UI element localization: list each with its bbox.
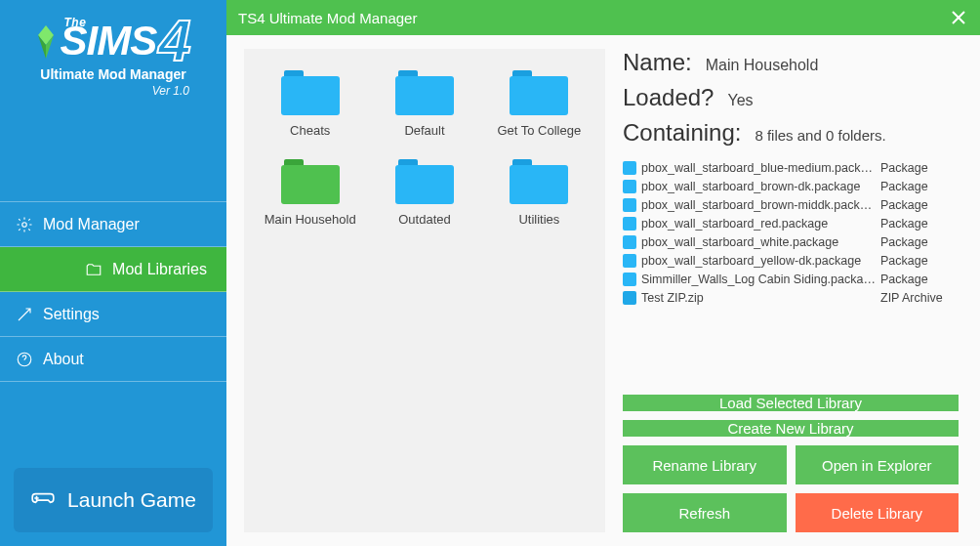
file-row[interactable]: pbox_wall_starboard_yellow-dk.packagePac… bbox=[623, 251, 959, 270]
logo-the: The bbox=[63, 16, 86, 29]
folder-icon bbox=[281, 70, 340, 115]
close-button[interactable] bbox=[949, 8, 968, 27]
file-row[interactable]: pbox_wall_starboard_brown-middk.packa...… bbox=[623, 195, 959, 214]
library-folder[interactable]: Default bbox=[372, 70, 476, 138]
package-icon bbox=[623, 273, 636, 286]
package-icon bbox=[623, 161, 636, 175]
app-window: The SIMS 4 Ultimate Mod Manager Ver 1.0 … bbox=[0, 0, 980, 546]
file-name: pbox_wall_starboard_yellow-dk.package bbox=[641, 254, 876, 268]
actions: Load Selected Library Create New Library… bbox=[623, 395, 959, 532]
file-row[interactable]: Simmiller_Walls_Log Cabin Siding.package… bbox=[623, 270, 959, 288]
file-name: pbox_wall_starboard_brown-middk.packa... bbox=[641, 198, 876, 212]
file-type: Package bbox=[880, 217, 959, 231]
folder-icon bbox=[395, 159, 454, 204]
detail-loaded-key: Loaded? bbox=[623, 84, 714, 111]
detail-containing-row: Containing: 8 files and 0 folders. bbox=[623, 119, 959, 147]
window-title: TS4 Ultimate Mod Manager bbox=[238, 10, 417, 26]
load-library-button[interactable]: Load Selected Library bbox=[623, 395, 959, 411]
library-folder[interactable]: Cheats bbox=[258, 70, 362, 138]
detail-name-key: Name: bbox=[623, 49, 692, 76]
question-icon bbox=[16, 351, 33, 368]
zip-icon bbox=[623, 291, 636, 305]
plumbob-icon bbox=[36, 24, 56, 58]
file-type: Package bbox=[880, 161, 959, 175]
logo-area: The SIMS 4 Ultimate Mod Manager Ver 1.0 bbox=[0, 0, 226, 104]
package-icon bbox=[623, 217, 636, 231]
detail-loaded-row: Loaded? Yes bbox=[623, 84, 959, 111]
titlebar: TS4 Ultimate Mod Manager bbox=[226, 0, 980, 35]
library-folder[interactable]: Get To College bbox=[487, 70, 592, 138]
nav-label: Settings bbox=[43, 306, 100, 323]
app-logo: The SIMS 4 bbox=[36, 18, 189, 64]
folder-icon bbox=[281, 159, 340, 204]
file-name: Simmiller_Walls_Log Cabin Siding.package bbox=[641, 273, 876, 286]
library-folder[interactable]: Main Household bbox=[258, 159, 362, 227]
detail-loaded-val: Yes bbox=[727, 92, 753, 109]
nav-label: About bbox=[43, 351, 84, 368]
file-row[interactable]: pbox_wall_starboard_brown-dk.packagePack… bbox=[623, 177, 959, 195]
create-library-button[interactable]: Create New Library bbox=[623, 420, 959, 437]
nav-mod-libraries[interactable]: Mod Libraries bbox=[0, 247, 226, 292]
file-type: ZIP Archive bbox=[880, 291, 959, 305]
file-type: Package bbox=[880, 235, 959, 249]
folder-icon bbox=[85, 261, 102, 278]
logo-sims: SIMS 4 bbox=[36, 18, 189, 64]
detail-panel: Name: Main Household Loaded? Yes Contain… bbox=[605, 35, 980, 546]
refresh-button[interactable]: Refresh bbox=[623, 493, 787, 532]
file-name: Test ZIP.zip bbox=[641, 291, 876, 305]
launch-area: Launch Game bbox=[0, 454, 226, 546]
nav-settings[interactable]: Settings bbox=[0, 292, 226, 337]
nav-about[interactable]: About bbox=[0, 337, 226, 382]
file-row[interactable]: pbox_wall_starboard_red.packagePackage bbox=[623, 214, 959, 232]
folder-panel: CheatsDefaultGet To CollegeMain Househol… bbox=[244, 49, 605, 532]
file-row[interactable]: Test ZIP.zipZIP Archive bbox=[623, 288, 959, 307]
svg-point-3 bbox=[22, 222, 27, 227]
gamepad-icon bbox=[30, 485, 56, 516]
gear-icon bbox=[16, 216, 33, 233]
folder-icon bbox=[395, 70, 454, 115]
file-type: Package bbox=[880, 254, 959, 268]
nav-mod-manager[interactable]: Mod Manager bbox=[0, 202, 226, 247]
package-icon bbox=[623, 254, 636, 268]
logo-version: Ver 1.0 bbox=[10, 84, 217, 98]
package-icon bbox=[623, 235, 636, 249]
actions-row-2: Refresh Delete Library bbox=[623, 493, 959, 532]
package-icon bbox=[623, 180, 636, 193]
detail-containing-key: Containing: bbox=[623, 119, 741, 147]
file-type: Package bbox=[880, 180, 959, 193]
file-row[interactable]: pbox_wall_starboard_blue-medium.packageP… bbox=[623, 158, 959, 177]
file-type: Package bbox=[880, 198, 959, 212]
logo-four: 4 bbox=[158, 18, 189, 64]
folder-label: Outdated bbox=[398, 212, 451, 227]
file-row[interactable]: pbox_wall_starboard_white.packagePackage bbox=[623, 232, 959, 251]
main: TS4 Ultimate Mod Manager CheatsDefaultGe… bbox=[226, 0, 980, 546]
folder-label: Cheats bbox=[290, 123, 330, 138]
launch-label: Launch Game bbox=[67, 488, 196, 512]
library-folder[interactable]: Utilities bbox=[487, 159, 592, 227]
file-name: pbox_wall_starboard_red.package bbox=[641, 217, 876, 231]
actions-row-1: Rename Library Open in Explorer bbox=[623, 445, 959, 484]
rename-library-button[interactable]: Rename Library bbox=[623, 445, 787, 484]
file-name: pbox_wall_starboard_white.package bbox=[641, 235, 876, 249]
detail-name-val: Main Household bbox=[706, 57, 819, 74]
folder-label: Utilities bbox=[518, 212, 559, 227]
open-explorer-button[interactable]: Open in Explorer bbox=[796, 445, 960, 484]
delete-library-button[interactable]: Delete Library bbox=[796, 493, 960, 532]
launch-game-button[interactable]: Launch Game bbox=[14, 468, 213, 532]
detail-containing-val: 8 files and 0 folders. bbox=[755, 127, 885, 144]
folder-label: Default bbox=[404, 123, 444, 138]
folder-icon bbox=[510, 159, 568, 204]
nav-label: Mod Libraries bbox=[112, 261, 207, 278]
file-type: Package bbox=[880, 273, 959, 286]
library-folder[interactable]: Outdated bbox=[372, 159, 476, 227]
folder-icon bbox=[510, 70, 568, 115]
file-name: pbox_wall_starboard_brown-dk.package bbox=[641, 180, 876, 193]
file-name: pbox_wall_starboard_blue-medium.package bbox=[641, 161, 876, 175]
close-icon bbox=[951, 10, 966, 25]
file-list: pbox_wall_starboard_blue-medium.packageP… bbox=[623, 158, 959, 307]
wand-icon bbox=[16, 306, 33, 323]
folder-label: Get To College bbox=[497, 123, 581, 138]
detail-name-row: Name: Main Household bbox=[623, 49, 959, 76]
nav: Mod Manager Mod Libraries Settings About bbox=[0, 201, 226, 382]
folder-grid: CheatsDefaultGet To CollegeMain Househol… bbox=[258, 70, 592, 227]
